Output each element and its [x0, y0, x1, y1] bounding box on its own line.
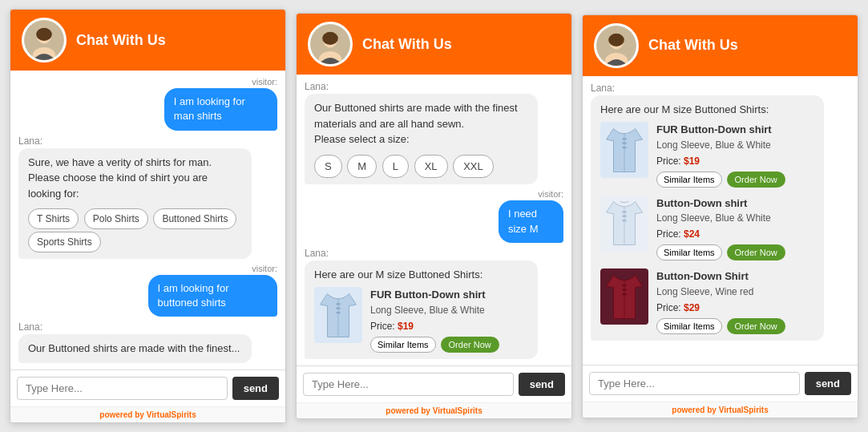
svg-rect-11: [336, 312, 340, 313]
footer-brand-2: VirtualSpirits: [433, 406, 482, 415]
lana-msg-2: Lana: Our Buttoned shirts are made with …: [18, 321, 277, 363]
product-card-2: FUR Button-Down shirt Long Sleeve, Blue …: [600, 122, 814, 188]
size-tags: S M L XL XXL: [314, 152, 528, 179]
size-s[interactable]: S: [314, 155, 342, 179]
product-price-2: Price: $19: [656, 154, 814, 168]
product-card-3: Button-Down shirt Long Sleeve, Blue & Wh…: [600, 196, 814, 261]
product-info-4: Button-Down Shirt Long Sleeve, Wine red …: [656, 268, 814, 334]
chat-header-3: Chat With Us: [583, 15, 858, 76]
lana-msg-1: Lana: Sure, we have a verity of shirts f…: [18, 135, 277, 260]
product-info-2: FUR Button-Down shirt Long Sleeve, Blue …: [656, 122, 814, 188]
svg-point-15: [608, 33, 624, 46]
size-m[interactable]: M: [347, 155, 377, 179]
tag-poloshirts[interactable]: Polo Shirts: [84, 208, 148, 229]
svg-rect-23: [622, 220, 626, 221]
visitor-bubble-2: I am looking for buttoned shirts: [148, 275, 277, 317]
chat-header-2: Chat With Us: [297, 14, 571, 75]
visitor-msg-2: visitor: I am looking for buttoned shirt…: [115, 264, 277, 317]
order-btn-1[interactable]: Order Now: [441, 337, 499, 353]
svg-rect-21: [622, 211, 626, 212]
chat-widget-3: Chat With Us Lana: Here are our M size B…: [582, 14, 858, 418]
visitor-label-2: visitor:: [252, 264, 277, 273]
chat-messages-3: Lana: Here are our M size Buttoned Shirt…: [583, 76, 858, 365]
visitor-bubble-3: I need size M: [499, 200, 563, 242]
lana-text-1: Sure, we have a verity of shirts for man…: [28, 156, 212, 200]
avatar-1: [22, 18, 67, 63]
header-title-1: Chat With Us: [76, 32, 166, 49]
footer-1: powered by VirtualSpirits: [10, 406, 285, 422]
lana-text-3b: Please select a size:: [314, 133, 410, 145]
chat-messages-1: visitor: I am looking for man shirts Lan…: [10, 71, 285, 369]
svg-rect-27: [622, 293, 626, 295]
lana-bubble-3: Our Buttoned shirts are made with the fi…: [305, 94, 538, 184]
visitor-label-1: visitor:: [252, 77, 277, 87]
chat-messages-2: Lana: Our Buttoned shirts are made with …: [297, 75, 571, 365]
footer-brand-1: VirtualSpirits: [147, 410, 196, 419]
input-row-2: send: [297, 365, 571, 402]
shirt-tags: T Shirts Polo Shirts Buttoned Shirts Spo…: [28, 206, 242, 252]
lana-text-3: Our Buttoned shirts are made with the fi…: [314, 102, 518, 130]
size-xl[interactable]: XL: [414, 155, 448, 179]
lana-bubble-5: Here are our M size Buttoned Shirts:: [591, 95, 824, 341]
product-info-3: Button-Down shirt Long Sleeve, Blue & Wh…: [656, 196, 814, 261]
similar-btn-2[interactable]: Similar Items: [656, 172, 722, 188]
product-desc-3: Long Sleeve, Blue & White: [656, 211, 814, 225]
product-name-3: Button-Down shirt: [656, 196, 814, 212]
chat-input-2[interactable]: [303, 373, 514, 396]
chat-input-3[interactable]: [589, 372, 800, 395]
footer-text-1: powered by: [99, 410, 146, 419]
tag-tshirts[interactable]: T Shirts: [28, 208, 79, 229]
footer-3: powered by VirtualSpirits: [583, 402, 858, 418]
footer-text-3: powered by: [672, 406, 718, 414]
lana-bubble-2: Our Buttoned shirts are made with the fi…: [18, 334, 252, 363]
svg-rect-19: [622, 147, 626, 148]
chat-widget-1: Chat With Us visitor: I am looking for m…: [10, 9, 286, 423]
product-img-1: [314, 287, 362, 343]
lana-label-1: Lana:: [18, 135, 277, 147]
product-actions-4: Similar Items Order Now: [656, 318, 814, 334]
tag-sportsshirts[interactable]: Sports Shirts: [28, 232, 101, 252]
svg-rect-22: [622, 216, 626, 217]
send-button-1[interactable]: send: [232, 377, 279, 400]
product-actions-3: Similar Items Order Now: [656, 244, 814, 260]
order-btn-4[interactable]: Order Now: [727, 318, 785, 334]
product-card-4: Button-Down Shirt Long Sleeve, Wine red …: [600, 268, 814, 334]
chat-widget-2: Chat With Us Lana: Our Buttoned shirts a…: [296, 13, 572, 418]
product-desc-1: Long Sleeve, Blue & White: [370, 303, 528, 317]
visitor-bubble-1: I am looking for man shirts: [164, 88, 277, 130]
product-card-1: FUR Button-Down shirt Long Sleeve, Blue …: [314, 287, 528, 353]
product-intro-2: Here are our M size Buttoned Shirts:: [600, 102, 814, 118]
product-desc-4: Long Sleeve, Wine red: [656, 285, 814, 299]
product-actions-2: Similar Items Order Now: [656, 172, 814, 188]
similar-btn-3[interactable]: Similar Items: [656, 244, 722, 260]
product-price-4: Price: $29: [656, 301, 814, 315]
chat-input-1[interactable]: [17, 377, 228, 400]
visitor-label-3: visitor:: [538, 189, 563, 199]
tag-buttonedshirts[interactable]: Buttoned Shirts: [153, 208, 236, 229]
product-desc-2: Long Sleeve, Blue & White: [656, 138, 814, 152]
similar-btn-4[interactable]: Similar Items: [656, 318, 722, 334]
product-intro-1: Here are our M size Buttoned Shirts:: [314, 267, 528, 283]
footer-brand-3: VirtualSpirits: [719, 406, 769, 414]
header-title-3: Chat With Us: [648, 37, 738, 54]
lana-msg-3: Lana: Our Buttoned shirts are made with …: [305, 81, 563, 184]
send-button-2[interactable]: send: [519, 373, 565, 396]
size-xxl[interactable]: XXL: [453, 155, 494, 179]
footer-text-2: powered by: [386, 406, 432, 415]
input-row-1: send: [10, 369, 285, 406]
size-l[interactable]: L: [382, 155, 409, 179]
lana-label-4: Lana:: [305, 248, 563, 259]
lana-msg-5: Lana: Here are our M size Buttoned Shirt…: [591, 83, 850, 341]
product-img-2: [600, 122, 648, 178]
svg-point-7: [322, 32, 338, 45]
product-price-3: Price: $24: [656, 227, 814, 241]
product-name-1: FUR Button-Down shirt: [370, 287, 528, 303]
order-btn-2[interactable]: Order Now: [727, 172, 785, 188]
svg-point-3: [36, 28, 52, 41]
similar-btn-1[interactable]: Similar Items: [370, 337, 436, 353]
svg-rect-17: [622, 138, 626, 139]
send-button-3[interactable]: send: [805, 372, 851, 395]
order-btn-3[interactable]: Order Now: [727, 244, 785, 260]
svg-rect-25: [622, 285, 626, 286]
avatar-3: [594, 23, 639, 68]
